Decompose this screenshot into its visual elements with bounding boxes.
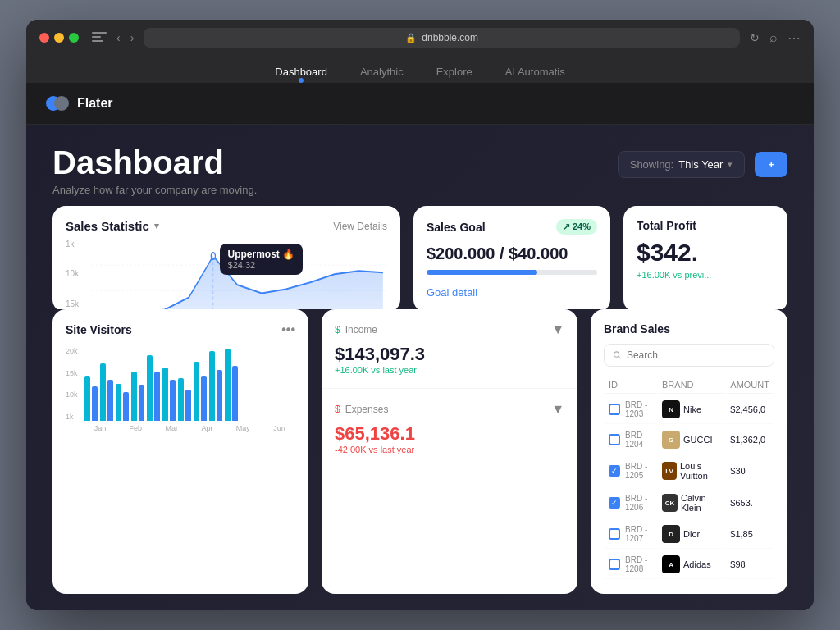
profit-title: Total Profit [637,219,774,232]
brand-name-cell: CKCalvin Klein [659,488,725,518]
expenses-amount: $65,136.1 [335,423,564,445]
brand-search-box[interactable] [604,344,774,367]
profit-amount: $342. [637,239,774,267]
row-checkbox[interactable] [609,434,620,445]
showing-label: Showing: [630,158,673,171]
minimize-light[interactable] [54,33,64,43]
tab-explore[interactable]: Explore [433,61,476,83]
brand-amount-cell: $30 [727,456,773,486]
search-icon [613,350,622,360]
brand-name-cell: DDior [659,520,725,549]
showing-dropdown[interactable]: Showing: This Year ▾ [618,151,746,178]
header-controls: Showing: This Year ▾ + [618,151,788,178]
add-button[interactable]: + [755,152,788,177]
income-icon: $ [335,324,340,336]
brand-table: ID BRAND AMOUNT BRD - 1203NNike$2,456,0B… [604,375,774,581]
site-visitors-card: Site Visitors ••• 20k 15k 10k 1k [52,309,308,594]
table-row: BRD - 1205LVLouis Vuitton$30 [605,456,773,486]
expenses-label: $ Expenses [335,404,388,415]
tooltip-price: $24.32 [228,260,295,270]
url-text: dribbble.com [422,32,478,43]
back-button[interactable]: ‹ [116,31,121,44]
brand-id-cell: BRD - 1203 [605,395,657,424]
brand-amount-cell: $98 [727,550,773,579]
search-button[interactable]: ⌕ [769,30,778,45]
goal-header: Sales Goal ↗ 24% [427,219,597,235]
brand-search-input[interactable] [627,349,765,361]
visitors-chart-wrapper: 20k 15k 10k 1k [66,347,295,432]
brand-name-cell: GGUCCI [659,426,725,454]
tooltip-title: Uppermost 🔥 [228,249,295,260]
dashboard-grid: Sales Statistic ▾ View Details Uppermost… [26,206,814,309]
logo-text: Flater [77,96,113,111]
col-amount: AMOUNT [727,377,773,394]
col-brand: BRAND [659,377,725,394]
dashboard-title: Dashboard [52,144,257,180]
dots-menu-icon[interactable]: ••• [281,322,295,337]
income-label: $ Income [335,324,377,336]
tab-ai[interactable]: AI Automatis [502,61,568,83]
menu-button[interactable]: ⋯ [788,30,801,46]
app-header: Flater [26,83,814,125]
brand-sales-card: Brand Sales ID BRAND AMOUNT [591,309,788,594]
row-checkbox[interactable] [609,465,620,477]
browser-chrome: ‹ › 🔒 dribbble.com ↻ ⌕ ⋯ Dashboard Analy… [26,20,814,83]
address-bar[interactable]: 🔒 dribbble.com [144,28,740,48]
brand-logo: N [662,400,680,418]
row-checkbox[interactable] [609,497,620,509]
income-section: $ Income ▼ $143,097.3 +16.00K vs last ye… [322,309,578,389]
bar-group-2 [100,363,113,421]
brand-amount-cell: $653. [727,488,773,518]
tab-dashboard[interactable]: Dashboard [272,61,331,83]
brand-logo: A [662,555,680,573]
view-details-link[interactable]: View Details [333,221,387,232]
brand-name-cell: AAdidas [659,550,725,579]
profit-change: +16.00K vs previ... [637,270,774,280]
income-dropdown-icon[interactable]: ▼ [551,322,564,337]
expenses-change: -42.00K vs last year [335,445,564,454]
bar-group-8 [194,362,207,421]
table-row: BRD - 1206CKCalvin Klein$653. [605,488,773,518]
dashboard-header: Dashboard Analyze how far your company a… [26,125,814,206]
table-row: BRD - 1208AAdidas$98 [605,550,773,579]
income-change: +16.00K vs last year [335,365,564,375]
brand-amount-cell: $2,456,0 [727,395,773,424]
bar-group-4 [131,372,144,421]
tab-analytic[interactable]: Analythic [357,61,407,83]
expense-section: $ Expenses ▼ $65,136.1 -42.00K vs last y… [322,389,578,468]
svg-line-8 [619,356,621,358]
visitors-y-labels: 20k 15k 10k 1k [66,347,81,421]
row-checkbox[interactable] [609,559,620,570]
brand-name-cell: NNike [659,395,725,424]
table-row: BRD - 1203NNike$2,456,0 [605,395,773,424]
logo-icon [46,96,71,111]
goal-detail-button[interactable]: Goal detail [427,286,477,299]
expenses-header: $ Expenses ▼ [335,402,564,417]
browser-actions: ⌕ ⋯ [769,30,801,46]
bottom-row: Site Visitors ••• 20k 15k 10k 1k [26,309,814,610]
dashboard-subtitle: Analyze how far your company are moving. [52,184,257,196]
brand-logo: D [662,525,680,543]
close-light[interactable] [39,33,49,43]
income-header: $ Income ▼ [335,322,564,337]
expenses-dropdown-icon[interactable]: ▼ [551,402,564,417]
visitors-x-labels: Jan Feb Mar Apr May Jun [84,424,295,432]
row-checkbox[interactable] [609,528,620,540]
table-row: BRD - 1204GGUCCI$1,362,0 [605,426,773,454]
chart-tooltip: Uppermost 🔥 $24.32 [220,244,304,275]
table-header-row: ID BRAND AMOUNT [605,377,773,394]
maximize-light[interactable] [69,33,79,43]
brand-id-cell: BRD - 1204 [605,426,657,454]
goal-title: Sales Goal [427,221,486,234]
sidebar-toggle-icon[interactable] [92,32,107,43]
row-checkbox[interactable] [609,404,620,415]
svg-point-7 [614,352,619,357]
forward-button[interactable]: › [130,31,135,44]
income-expense-card: $ Income ▼ $143,097.3 +16.00K vs last ye… [322,309,578,594]
browser-top: ‹ › 🔒 dribbble.com ↻ ⌕ ⋯ [39,28,801,48]
total-profit-card: Total Profit $342. +16.00K vs previ... [623,206,788,309]
goal-progress-fill [427,270,537,275]
brand-title: Brand Sales [604,322,774,336]
brand-amount-cell: $1,362,0 [727,426,773,454]
reload-button[interactable]: ↻ [750,31,760,44]
